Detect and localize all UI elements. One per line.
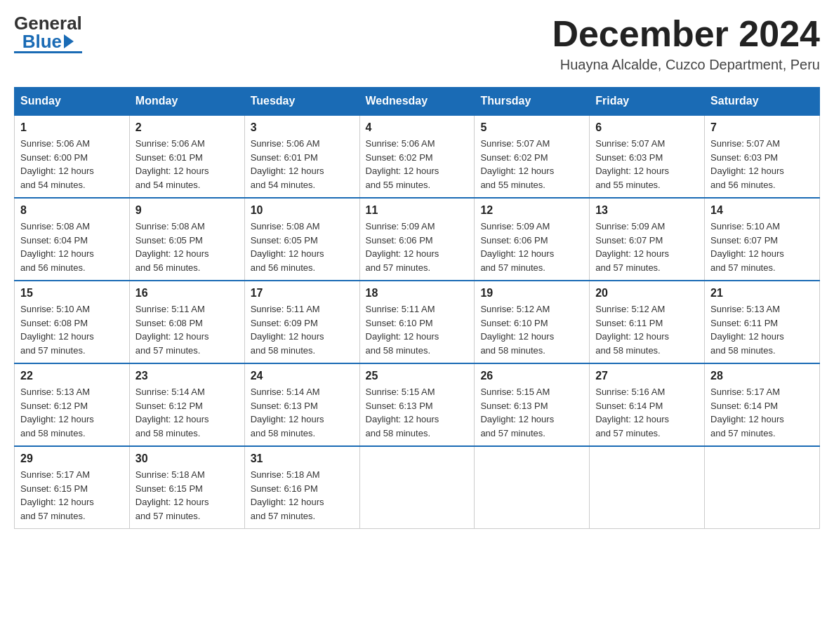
day-number: 4 bbox=[366, 121, 469, 134]
calendar-day-cell: 18 Sunrise: 5:11 AMSunset: 6:10 PMDaylig… bbox=[359, 281, 475, 363]
day-of-week-header: Saturday bbox=[705, 88, 820, 116]
day-number: 17 bbox=[251, 287, 354, 300]
day-number: 2 bbox=[135, 121, 239, 134]
calendar-day-cell: 17 Sunrise: 5:11 AMSunset: 6:09 PMDaylig… bbox=[244, 281, 359, 363]
logo-general-text: General bbox=[14, 14, 82, 32]
day-info: Sunrise: 5:12 AMSunset: 6:11 PMDaylight:… bbox=[595, 302, 699, 357]
calendar-day-cell: 4 Sunrise: 5:06 AMSunset: 6:02 PMDayligh… bbox=[359, 115, 475, 198]
calendar-day-cell: 2 Sunrise: 5:06 AMSunset: 6:01 PMDayligh… bbox=[129, 115, 244, 198]
day-number: 14 bbox=[710, 204, 814, 217]
calendar-day-cell: 1 Sunrise: 5:06 AMSunset: 6:00 PMDayligh… bbox=[15, 115, 130, 198]
calendar-week-row: 1 Sunrise: 5:06 AMSunset: 6:00 PMDayligh… bbox=[15, 115, 820, 198]
day-info: Sunrise: 5:12 AMSunset: 6:10 PMDaylight:… bbox=[480, 302, 583, 357]
calendar-table: SundayMondayTuesdayWednesdayThursdayFrid… bbox=[14, 87, 820, 529]
day-info: Sunrise: 5:17 AMSunset: 6:15 PMDaylight:… bbox=[20, 468, 124, 523]
calendar-day-cell: 29 Sunrise: 5:17 AMSunset: 6:15 PMDaylig… bbox=[15, 446, 130, 529]
calendar-week-row: 22 Sunrise: 5:13 AMSunset: 6:12 PMDaylig… bbox=[15, 363, 820, 446]
day-info: Sunrise: 5:16 AMSunset: 6:14 PMDaylight:… bbox=[595, 385, 699, 440]
day-number: 8 bbox=[20, 204, 124, 217]
day-number: 26 bbox=[480, 370, 583, 382]
day-info: Sunrise: 5:06 AMSunset: 6:02 PMDaylight:… bbox=[366, 137, 469, 192]
logo: General Blue bbox=[14, 14, 82, 53]
day-number: 15 bbox=[20, 287, 124, 300]
day-info: Sunrise: 5:18 AMSunset: 6:16 PMDaylight:… bbox=[251, 468, 354, 523]
calendar-day-cell: 20 Sunrise: 5:12 AMSunset: 6:11 PMDaylig… bbox=[590, 281, 705, 363]
day-number: 9 bbox=[135, 204, 239, 217]
day-info: Sunrise: 5:08 AMSunset: 6:04 PMDaylight:… bbox=[20, 220, 124, 274]
day-number: 6 bbox=[595, 121, 699, 134]
month-title: December 2024 bbox=[552, 14, 820, 54]
day-number: 16 bbox=[135, 287, 239, 300]
day-info: Sunrise: 5:14 AMSunset: 6:12 PMDaylight:… bbox=[135, 385, 239, 440]
day-number: 7 bbox=[710, 121, 814, 134]
day-number: 5 bbox=[480, 121, 583, 134]
day-number: 13 bbox=[595, 204, 699, 217]
calendar-day-cell: 19 Sunrise: 5:12 AMSunset: 6:10 PMDaylig… bbox=[475, 281, 590, 363]
calendar-day-cell: 26 Sunrise: 5:15 AMSunset: 6:13 PMDaylig… bbox=[475, 363, 590, 446]
calendar-day-cell: 8 Sunrise: 5:08 AMSunset: 6:04 PMDayligh… bbox=[15, 198, 130, 281]
calendar-day-cell bbox=[359, 446, 475, 529]
day-info: Sunrise: 5:14 AMSunset: 6:13 PMDaylight:… bbox=[251, 385, 354, 440]
day-of-week-header: Wednesday bbox=[359, 88, 475, 116]
day-of-week-header: Tuesday bbox=[244, 88, 359, 116]
logo-underline bbox=[14, 51, 82, 53]
day-info: Sunrise: 5:08 AMSunset: 6:05 PMDaylight:… bbox=[251, 220, 354, 274]
day-info: Sunrise: 5:06 AMSunset: 6:00 PMDaylight:… bbox=[20, 137, 124, 192]
calendar-day-cell: 25 Sunrise: 5:15 AMSunset: 6:13 PMDaylig… bbox=[359, 363, 475, 446]
day-info: Sunrise: 5:13 AMSunset: 6:11 PMDaylight:… bbox=[710, 302, 814, 357]
calendar-day-cell: 23 Sunrise: 5:14 AMSunset: 6:12 PMDaylig… bbox=[129, 363, 244, 446]
day-info: Sunrise: 5:11 AMSunset: 6:10 PMDaylight:… bbox=[366, 302, 469, 357]
day-info: Sunrise: 5:17 AMSunset: 6:14 PMDaylight:… bbox=[710, 385, 814, 440]
day-info: Sunrise: 5:15 AMSunset: 6:13 PMDaylight:… bbox=[480, 385, 583, 440]
day-info: Sunrise: 5:09 AMSunset: 6:06 PMDaylight:… bbox=[366, 220, 469, 274]
calendar-day-cell: 6 Sunrise: 5:07 AMSunset: 6:03 PMDayligh… bbox=[590, 115, 705, 198]
day-number: 3 bbox=[251, 121, 354, 134]
calendar-day-cell: 31 Sunrise: 5:18 AMSunset: 6:16 PMDaylig… bbox=[244, 446, 359, 529]
day-info: Sunrise: 5:10 AMSunset: 6:08 PMDaylight:… bbox=[20, 302, 124, 357]
day-number: 20 bbox=[595, 287, 699, 300]
calendar-week-row: 8 Sunrise: 5:08 AMSunset: 6:04 PMDayligh… bbox=[15, 198, 820, 281]
day-info: Sunrise: 5:13 AMSunset: 6:12 PMDaylight:… bbox=[20, 385, 124, 440]
calendar-day-cell: 11 Sunrise: 5:09 AMSunset: 6:06 PMDaylig… bbox=[359, 198, 475, 281]
calendar-day-cell: 10 Sunrise: 5:08 AMSunset: 6:05 PMDaylig… bbox=[244, 198, 359, 281]
calendar-day-cell: 5 Sunrise: 5:07 AMSunset: 6:02 PMDayligh… bbox=[475, 115, 590, 198]
day-number: 30 bbox=[135, 452, 239, 465]
day-number: 29 bbox=[20, 452, 124, 465]
day-number: 23 bbox=[135, 370, 239, 382]
day-number: 19 bbox=[480, 287, 583, 300]
page-header: General Blue December 2024 Huayna Alcald… bbox=[14, 14, 820, 73]
day-number: 27 bbox=[595, 370, 699, 382]
calendar-day-cell: 15 Sunrise: 5:10 AMSunset: 6:08 PMDaylig… bbox=[15, 281, 130, 363]
calendar-week-row: 29 Sunrise: 5:17 AMSunset: 6:15 PMDaylig… bbox=[15, 446, 820, 529]
calendar-day-cell: 12 Sunrise: 5:09 AMSunset: 6:06 PMDaylig… bbox=[475, 198, 590, 281]
calendar-day-cell bbox=[705, 446, 820, 529]
day-number: 12 bbox=[480, 204, 583, 217]
calendar-day-cell: 30 Sunrise: 5:18 AMSunset: 6:15 PMDaylig… bbox=[129, 446, 244, 529]
day-number: 11 bbox=[366, 204, 469, 217]
day-of-week-header: Sunday bbox=[15, 88, 130, 116]
day-number: 18 bbox=[366, 287, 469, 300]
calendar-day-cell: 16 Sunrise: 5:11 AMSunset: 6:08 PMDaylig… bbox=[129, 281, 244, 363]
calendar-day-cell: 27 Sunrise: 5:16 AMSunset: 6:14 PMDaylig… bbox=[590, 363, 705, 446]
day-info: Sunrise: 5:18 AMSunset: 6:15 PMDaylight:… bbox=[135, 468, 239, 523]
day-info: Sunrise: 5:08 AMSunset: 6:05 PMDaylight:… bbox=[135, 220, 239, 274]
day-number: 10 bbox=[251, 204, 354, 217]
day-of-week-header: Friday bbox=[590, 88, 705, 116]
calendar-day-cell: 28 Sunrise: 5:17 AMSunset: 6:14 PMDaylig… bbox=[705, 363, 820, 446]
day-info: Sunrise: 5:11 AMSunset: 6:09 PMDaylight:… bbox=[251, 302, 354, 357]
day-number: 22 bbox=[20, 370, 124, 382]
calendar-header-row: SundayMondayTuesdayWednesdayThursdayFrid… bbox=[15, 88, 820, 116]
day-info: Sunrise: 5:11 AMSunset: 6:08 PMDaylight:… bbox=[135, 302, 239, 357]
day-info: Sunrise: 5:07 AMSunset: 6:03 PMDaylight:… bbox=[710, 137, 814, 192]
calendar-week-row: 15 Sunrise: 5:10 AMSunset: 6:08 PMDaylig… bbox=[15, 281, 820, 363]
day-number: 28 bbox=[710, 370, 814, 382]
day-number: 1 bbox=[20, 121, 124, 134]
calendar-day-cell: 13 Sunrise: 5:09 AMSunset: 6:07 PMDaylig… bbox=[590, 198, 705, 281]
day-info: Sunrise: 5:15 AMSunset: 6:13 PMDaylight:… bbox=[366, 385, 469, 440]
logo-blue-text: Blue bbox=[22, 32, 62, 51]
day-number: 31 bbox=[251, 452, 354, 465]
day-info: Sunrise: 5:10 AMSunset: 6:07 PMDaylight:… bbox=[710, 220, 814, 274]
calendar-day-cell: 22 Sunrise: 5:13 AMSunset: 6:12 PMDaylig… bbox=[15, 363, 130, 446]
calendar-day-cell: 21 Sunrise: 5:13 AMSunset: 6:11 PMDaylig… bbox=[705, 281, 820, 363]
location-title: Huayna Alcalde, Cuzco Department, Peru bbox=[552, 57, 820, 73]
